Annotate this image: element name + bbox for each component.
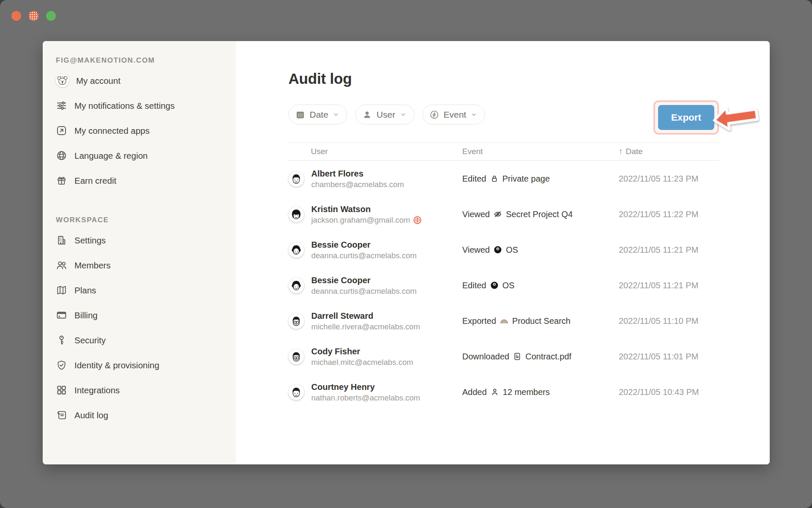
event-cell: Edited Private page: [462, 174, 619, 184]
workspace-section: Settings Members Plans Billing Security …: [56, 228, 228, 428]
event-cell: Added 12 members: [462, 387, 619, 397]
filter-label: Event: [444, 110, 466, 120]
lightning-icon: [429, 110, 439, 120]
event-cell: Viewed Secret Project Q4: [462, 210, 619, 219]
settings-sidebar: FIG@MAKENOTION.COM My account My notific…: [43, 41, 236, 464]
user-email: chambers@acmelabs.com: [311, 180, 404, 189]
event-object: OS: [506, 245, 518, 255]
event-object: Secret Project Q4: [506, 210, 573, 219]
audit-log-row: Bessie Cooper deanna.curtis@acmelabs.com…: [288, 232, 719, 268]
sidebar-item-label: My notifications & settings: [74, 101, 175, 111]
credit-card-icon: [56, 309, 67, 321]
export-highlight-ring: Export: [653, 100, 719, 135]
audit-log-row: Bessie Cooper deanna.curtis@acmelabs.com…: [288, 268, 719, 303]
event-cell: Exported Product Search: [462, 316, 619, 326]
sidebar-item-label: Settings: [74, 235, 106, 246]
audit-log-row: Cody Fisher michael.mitc@acmelabs.com Do…: [288, 339, 719, 374]
gift-icon: [56, 175, 67, 186]
sidebar-item-identity-provisioning[interactable]: Identity & provisioning: [56, 353, 228, 378]
event-date: 2022/11/05 11:21 PM: [619, 281, 719, 290]
audit-log-table: User Event ↑ Date Albert Flores chambers…: [288, 142, 719, 410]
column-header-event: Event: [462, 147, 619, 156]
user-email: michael.mitc@acmelabs.com: [311, 358, 413, 367]
globe-icon: [56, 150, 67, 161]
account-email-header: FIG@MAKENOTION.COM: [56, 56, 228, 65]
globe-guest-icon: [413, 216, 422, 224]
sidebar-item-my-connected-apps[interactable]: My connected apps: [56, 118, 228, 143]
sketch-glasses-avatar: [288, 349, 304, 364]
sidebar-item-label: My connected apps: [74, 126, 150, 136]
event-cell: Downloaded Contract.pdf: [462, 352, 619, 362]
event-action: Viewed: [462, 245, 490, 255]
sidebar-item-label: Language & region: [74, 151, 148, 161]
event-action: Added: [462, 387, 487, 397]
filter-pills: Date User Event: [288, 105, 485, 124]
audit-log-page: Audit log Date User Event Export: [236, 41, 770, 464]
toolbar: Date User Event Export: [288, 100, 719, 135]
sidebar-item-security[interactable]: Security: [56, 328, 228, 353]
sidebar-item-settings[interactable]: Settings: [56, 228, 228, 253]
column-header-date-label: Date: [626, 147, 643, 156]
sketch-glasses-avatar: [288, 313, 304, 329]
calendar-icon: [295, 110, 305, 120]
eight-ball-icon: [493, 245, 502, 254]
key-icon: [56, 334, 67, 346]
user-name: Courtney Henry: [311, 382, 420, 392]
sidebar-item-label: Security: [74, 335, 106, 345]
filter-label: Date: [310, 110, 328, 120]
eye-slash-icon: [493, 210, 502, 219]
zoom-button[interactable]: [46, 11, 56, 21]
document-icon: [513, 352, 522, 361]
event-action: Exported: [462, 316, 496, 326]
event-cell: Edited OS: [462, 281, 619, 290]
audit-log-row: Albert Flores chambers@acmelabs.com Edit…: [288, 161, 719, 196]
export-cluster: Export: [653, 100, 719, 135]
chevron-down-icon: [400, 111, 407, 118]
sidebar-item-label: Members: [74, 260, 110, 271]
event-cell: Viewed OS: [462, 245, 619, 255]
user-name: Cody Fisher: [311, 346, 413, 356]
sidebar-item-label: Identity & provisioning: [74, 360, 159, 370]
member-icon: [490, 387, 499, 397]
koala-sketch-avatar: [56, 74, 69, 87]
event-object: Contract.pdf: [525, 352, 571, 362]
filter-event-button[interactable]: Event: [422, 105, 486, 124]
sidebar-item-billing[interactable]: Billing: [56, 303, 228, 328]
sidebar-item-audit-log[interactable]: Audit log: [56, 403, 228, 428]
minimize-button[interactable]: [29, 11, 38, 21]
sidebar-item-members[interactable]: Members: [56, 253, 228, 278]
column-header-date[interactable]: ↑ Date: [619, 147, 719, 156]
event-date: 2022/11/05 11:21 PM: [619, 245, 719, 255]
table-header: User Event ↑ Date: [288, 142, 719, 161]
sidebar-item-label: My account: [76, 76, 121, 86]
workspace-section-header: WORKSPACE: [56, 216, 228, 224]
export-button[interactable]: Export: [658, 105, 714, 130]
user-email: michelle.rivera@acmelabs.com: [311, 322, 420, 331]
sidebar-item-language-region[interactable]: Language & region: [56, 143, 228, 168]
filter-user-button[interactable]: User: [355, 105, 414, 124]
sliders-icon: [56, 100, 67, 111]
rainbow-icon: [499, 316, 509, 326]
user-icon: [362, 110, 372, 120]
user-email: deanna.curtis@acmelabs.com: [311, 251, 417, 260]
page-title: Audit log: [288, 70, 719, 88]
map-icon: [56, 284, 67, 296]
sort-ascending-icon: ↑: [619, 147, 623, 156]
audit-log-row: Darrell Steward michelle.rivera@acmelabs…: [288, 303, 719, 339]
close-button[interactable]: [11, 11, 21, 21]
user-cell: Darrell Steward michelle.rivera@acmelabs…: [288, 311, 462, 331]
user-cell: Courtney Henry nathan.roberts@acmelabs.c…: [288, 382, 462, 403]
sidebar-item-my-notifications-settings[interactable]: My notifications & settings: [56, 93, 228, 118]
filter-date-button[interactable]: Date: [288, 105, 347, 124]
sidebar-item-integrations[interactable]: Integrations: [56, 378, 228, 403]
column-header-user: User: [288, 147, 462, 156]
event-object: Private page: [502, 174, 550, 184]
sidebar-item-plans[interactable]: Plans: [56, 278, 228, 303]
sidebar-item-earn-credit[interactable]: Earn credit: [56, 168, 228, 193]
event-action: Edited: [462, 174, 486, 184]
event-date: 2022/11/05 11:01 PM: [619, 352, 719, 362]
event-action: Edited: [462, 281, 486, 290]
sidebar-item-my-account[interactable]: My account: [56, 68, 228, 93]
user-cell: Bessie Cooper deanna.curtis@acmelabs.com: [288, 275, 462, 296]
scroll-icon: [56, 409, 67, 421]
